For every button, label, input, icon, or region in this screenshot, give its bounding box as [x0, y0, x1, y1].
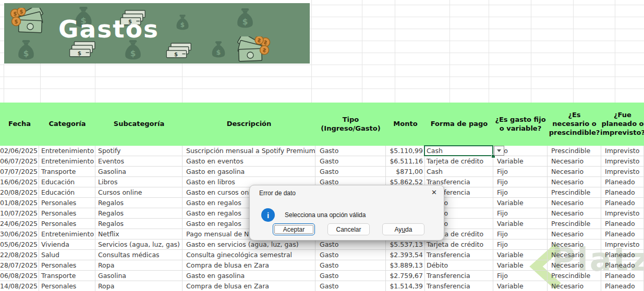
- cell-fecha[interactable]: 20/08/2025: [0, 187, 39, 197]
- cell-monto[interactable]: $5.537,13: [386, 239, 425, 249]
- cell-necesario[interactable]: Prescindible: [548, 187, 601, 197]
- cell-planeado[interactable]: Planeado: [601, 229, 644, 239]
- cell-fijo[interactable]: Variable: [493, 219, 548, 229]
- cell-planeado[interactable]: Planeado: [601, 177, 644, 187]
- cell-fecha[interactable]: 24/06/2025: [0, 219, 39, 229]
- cell-planeado[interactable]: Planeado: [601, 198, 644, 208]
- cell-fijo[interactable]: Variable: [493, 198, 548, 208]
- dropdown-button[interactable]: [494, 146, 504, 156]
- cell-tipo[interactable]: Gasto: [315, 271, 386, 281]
- cell-forma[interactable]: Débito: [425, 260, 493, 270]
- cell-subcategoria[interactable]: Servicios (agua, luz, gas): [95, 239, 183, 249]
- cell-planeado[interactable]: Planeado: [601, 187, 644, 197]
- aceptar-button[interactable]: Aceptar: [273, 223, 315, 235]
- cell-necesario[interactable]: Necesario: [548, 156, 601, 166]
- cell-categoria[interactable]: Personales: [39, 208, 95, 218]
- cell-planeado[interactable]: Imprevisto: [601, 156, 644, 166]
- cell-categoria[interactable]: Vivienda: [39, 239, 95, 249]
- cell-descripcion[interactable]: Gasto en gasolina: [183, 271, 315, 281]
- cell-categoria[interactable]: Entretenimiento: [39, 229, 95, 239]
- cell-categoria[interactable]: Educación: [39, 187, 95, 197]
- cell-subcategoria[interactable]: Cursos online: [95, 187, 183, 197]
- cell-fecha[interactable]: 22/08/2025: [0, 250, 39, 260]
- cell-fecha[interactable]: 05/06/2025: [0, 239, 39, 249]
- cell-subcategoria[interactable]: Ropa: [95, 281, 183, 291]
- cell-necesario[interactable]: Necesario: [548, 229, 601, 239]
- cell-categoria[interactable]: Entretenimiento: [39, 146, 95, 156]
- cell-descripcion[interactable]: Consulta ginecológica semestral: [183, 250, 315, 260]
- cell-necesario[interactable]: Prescindible: [548, 271, 601, 281]
- cell-subcategoria[interactable]: Ropa: [95, 260, 183, 270]
- cell-subcategoria[interactable]: Gasolina: [95, 167, 183, 176]
- cell-monto[interactable]: $5.110,99: [386, 146, 425, 156]
- cell-descripcion[interactable]: Compra de blusa en Zara: [183, 281, 315, 291]
- cell-subcategoria[interactable]: Libros: [95, 177, 183, 187]
- cell-monto[interactable]: $1.514,39: [386, 281, 425, 291]
- cell-fijo[interactable]: Variable: [493, 156, 548, 166]
- cell-subcategoria[interactable]: Netflix: [95, 229, 183, 239]
- cell-fijo[interactable]: Fijo: [493, 229, 548, 239]
- cell-categoria[interactable]: Personales: [39, 260, 95, 270]
- cell-tipo[interactable]: Gasto: [315, 260, 386, 270]
- cell-subcategoria[interactable]: Regalos: [95, 198, 183, 208]
- cell-forma[interactable]: Tarjeta de crédito: [425, 156, 493, 166]
- cell-descripcion[interactable]: Gasto en eventos: [183, 156, 315, 166]
- cell-categoria[interactable]: Transporte: [39, 167, 95, 176]
- cancelar-button[interactable]: Cancelar: [327, 223, 370, 235]
- cell-subcategoria[interactable]: Gasolina: [95, 271, 183, 281]
- cell-fecha[interactable]: 10/07/2025: [0, 208, 39, 218]
- ayuda-button[interactable]: Ayuda: [382, 223, 424, 235]
- cell-fijo[interactable]: Variable: [493, 260, 548, 270]
- cell-categoria[interactable]: Transporte: [39, 271, 95, 281]
- cell-categoria[interactable]: Personales: [39, 281, 95, 291]
- cell-necesario[interactable]: Prescindible: [548, 219, 601, 229]
- cell-necesario[interactable]: Necesario: [548, 250, 601, 260]
- cell-fecha[interactable]: 06/08/2025: [0, 271, 39, 281]
- cell-tipo[interactable]: Gasto: [315, 167, 386, 176]
- cell-subcategoria[interactable]: Regalos: [95, 208, 183, 218]
- cell-necesario[interactable]: Necesario: [548, 281, 601, 291]
- cell-necesario[interactable]: Necesario: [548, 208, 601, 218]
- cell-necesario[interactable]: Necesario: [548, 239, 601, 249]
- cell-subcategoria[interactable]: Spotify: [95, 146, 183, 156]
- cell-planeado[interactable]: Planeado: [601, 260, 644, 270]
- cell-planeado[interactable]: Planeado: [601, 271, 644, 281]
- cell-planeado[interactable]: Imprevisto: [601, 208, 644, 218]
- cell-fijo[interactable]: Fijo: [493, 167, 548, 176]
- cell-planeado[interactable]: Planeado: [601, 281, 644, 291]
- cell-categoria[interactable]: Salud: [39, 250, 95, 260]
- cell-monto[interactable]: $2.759,67: [386, 271, 425, 281]
- cell-descripcion[interactable]: Compra de blusa en Zara: [183, 260, 315, 270]
- cell-tipo[interactable]: Gasto: [315, 239, 386, 249]
- cell-fecha[interactable]: 28/07/2025: [0, 260, 39, 270]
- cell-categoria[interactable]: Personales: [39, 219, 95, 229]
- cell-tipo[interactable]: Gasto: [315, 281, 386, 291]
- cell-necesario[interactable]: Prescindible: [548, 146, 601, 156]
- cell-planeado[interactable]: Imprevisto: [601, 167, 644, 176]
- cell-descripcion[interactable]: Suscripción mensual a Spotify Premium: [183, 146, 315, 156]
- cell-planeado[interactable]: Imprevisto: [601, 239, 644, 249]
- cell-tipo[interactable]: Gasto: [315, 156, 386, 166]
- cell-fecha[interactable]: 30/06/2025: [0, 229, 39, 239]
- cell-planeado[interactable]: Imprevisto: [601, 146, 644, 156]
- cell-monto[interactable]: $2.393,54: [386, 250, 425, 260]
- cell-fecha[interactable]: 07/07/2025: [0, 167, 39, 176]
- cell-fijo[interactable]: Variable: [493, 250, 548, 260]
- cell-subcategoria[interactable]: Eventos: [95, 156, 183, 166]
- cell-categoria[interactable]: Educación: [39, 177, 95, 187]
- cell-fijo[interactable]: Fijo: [493, 208, 548, 218]
- cell-subcategoria[interactable]: Regalos: [95, 219, 183, 229]
- cell-necesario[interactable]: Necesario: [548, 167, 601, 176]
- cell-necesario[interactable]: Necesario: [548, 177, 601, 187]
- cell-forma[interactable]: Cash: [425, 167, 493, 176]
- cell-subcategoria[interactable]: Consultas médicas: [95, 250, 183, 260]
- cell-fijo[interactable]: Fijo: [493, 177, 548, 187]
- cell-forma[interactable]: Transferencia: [425, 271, 493, 281]
- cell-fijo[interactable]: Fijo: [493, 239, 548, 249]
- cell-monto[interactable]: $3.889,13: [386, 260, 425, 270]
- cell-planeado[interactable]: Planeado: [601, 219, 644, 229]
- cell-necesario[interactable]: Necesario: [548, 198, 601, 208]
- cell-fecha[interactable]: 01/08/2025: [0, 198, 39, 208]
- close-icon[interactable]: ✕: [431, 188, 437, 196]
- cell-tipo[interactable]: Gasto: [315, 146, 386, 156]
